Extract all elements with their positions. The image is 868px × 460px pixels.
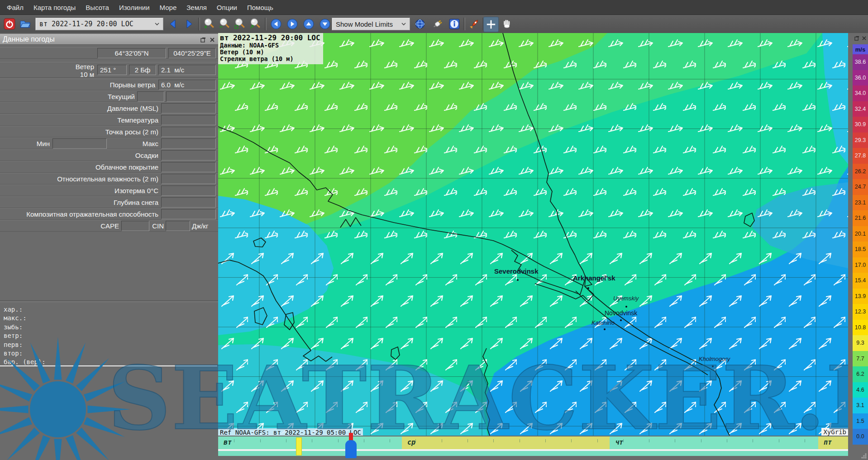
toolbar-separator	[463, 18, 465, 30]
timeline-tick	[597, 439, 598, 442]
scale-band: 20.1	[853, 226, 868, 242]
snow-field	[161, 197, 216, 208]
timeline-tick	[753, 439, 753, 442]
menu-item-Файл[interactable]: Файл	[2, 1, 29, 14]
float-window-icon	[854, 36, 859, 41]
wind-label: Ветер10 м	[76, 63, 94, 78]
gusts-row: Порывы ветра 6.0 м/с	[0, 79, 218, 90]
pan-hand-tool-button[interactable]	[500, 17, 514, 31]
datetime-select[interactable]: вт 2022-11-29 20:00 LOC	[35, 18, 163, 30]
reflectivity-field	[161, 209, 216, 219]
panel-close-button[interactable]	[209, 36, 215, 43]
longitude-field: 040°25'29"E	[168, 48, 216, 58]
map-view[interactable]: вт 2022-11-29 20:00 LOC Данные: NOAA-GFS…	[218, 33, 848, 436]
cape-row: CAPE CIN Дж/кг	[0, 220, 218, 232]
zoom-all-button[interactable]	[248, 17, 262, 31]
humidity-row: Относительная влажность (2 m)	[0, 173, 218, 185]
zoom-out-button[interactable]	[217, 17, 232, 31]
menu-item-Море[interactable]: Море	[155, 1, 182, 14]
scale-band: 32.4	[853, 101, 868, 117]
menu-item-Высота[interactable]: Высота	[81, 1, 114, 14]
pressure-field	[161, 103, 216, 114]
connect-button[interactable]	[430, 17, 444, 31]
scale-float-button[interactable]	[854, 35, 860, 41]
sea-state-label: ветр:	[4, 332, 23, 339]
arrow-right-icon	[184, 19, 195, 29]
model-limits-select[interactable]: Show Model Limits	[332, 18, 410, 30]
pan-up-button[interactable]	[301, 17, 316, 31]
next-timestep-button[interactable]	[182, 17, 196, 31]
scale-band: 38.6	[853, 54, 868, 70]
crosshair-tool-button[interactable]	[483, 17, 499, 32]
timeline-bar[interactable]: втсрчтпт	[218, 436, 848, 449]
pan-down-button[interactable]	[318, 17, 332, 31]
scale-band: 6.2	[853, 366, 868, 382]
timeline-day-вт[interactable]: вт	[218, 436, 402, 449]
scale-unit-label: m/s	[853, 44, 868, 54]
globe-button[interactable]	[413, 17, 427, 31]
zoom-in-button[interactable]	[202, 17, 216, 31]
temperature-label: Температура	[117, 116, 158, 124]
minmax-row: Мин Макс	[0, 138, 218, 149]
pan-right-button[interactable]	[285, 17, 300, 31]
rocket-icon	[468, 18, 480, 30]
zoom-select-button[interactable]	[233, 17, 247, 31]
timeline-tick	[779, 439, 779, 442]
scale-close-button[interactable]	[861, 35, 867, 41]
timeline-day-пт[interactable]: пт	[818, 436, 848, 449]
timeline-slider-handle[interactable]	[345, 433, 357, 458]
city-dot	[712, 365, 714, 367]
panel-float-button[interactable]	[200, 36, 206, 43]
globe-icon	[414, 18, 426, 30]
circle-arrow-left-icon	[270, 18, 282, 30]
temperature-field	[161, 115, 216, 125]
chevron-down-icon	[401, 23, 406, 25]
city-dot	[517, 279, 519, 281]
prev-timestep-button[interactable]	[166, 17, 180, 31]
timeline-day-label: пт	[824, 438, 832, 446]
latitude-field: 64°32'05"N	[97, 48, 166, 58]
reflectivity-row: Композитная отражательная способность	[0, 208, 218, 220]
menu-item-Опции[interactable]: Опции	[212, 1, 242, 14]
timeline-day-ср[interactable]: ср	[402, 436, 610, 449]
resize-grip[interactable]	[861, 453, 867, 459]
map-info-arrows: Стрелки ветра (10 м)	[220, 56, 320, 62]
timeline-day-чт[interactable]: чт	[610, 436, 818, 449]
temperature-row: Температура	[0, 114, 218, 126]
menu-item-Изолинии[interactable]: Изолинии	[114, 1, 155, 14]
open-folder-icon	[19, 18, 31, 30]
map-info-source: Данные: NOAA-GFS	[220, 42, 320, 49]
timeline-tick	[390, 439, 390, 442]
snow-label: Глубина снега	[114, 199, 158, 206]
timeline-day-label: ср	[407, 438, 415, 446]
timeline-tick	[312, 439, 312, 442]
sea-state-label: хар.:	[4, 306, 23, 313]
cloud-label: Облачное покрытие	[95, 163, 158, 171]
quit-button[interactable]	[2, 17, 17, 31]
menu-item-Земля[interactable]: Земля	[181, 1, 212, 14]
pan-left-button[interactable]	[269, 17, 283, 31]
scale-band: 30.9	[853, 117, 868, 133]
open-file-button[interactable]	[18, 17, 33, 31]
menu-item-Помощь[interactable]: Помощь	[242, 1, 278, 14]
info-icon	[448, 18, 460, 30]
dewpoint-label: Точка росы (2 m)	[105, 128, 158, 136]
panel-splitter[interactable]	[848, 33, 853, 460]
map-info-datetime: вт 2022-11-29 20:00 LOC	[220, 34, 320, 42]
scale-band: 21.6	[853, 210, 868, 226]
city-dot	[587, 287, 589, 289]
info-button[interactable]	[447, 17, 462, 31]
magnifier-fit-icon	[249, 18, 261, 30]
scale-band: 12.3	[853, 304, 868, 320]
wind-direction-field: 251 °	[97, 65, 127, 75]
scale-band: 0.0	[853, 429, 868, 445]
scale-band: 26.2	[853, 164, 868, 180]
timeline-tick	[260, 439, 261, 442]
panel-titlebar[interactable]: Данные погоды	[0, 34, 218, 45]
timeline-tick	[364, 439, 364, 442]
wind-beaufort-field: 2 Бф	[129, 65, 156, 75]
scale-band: 29.3	[853, 133, 868, 148]
menu-item-Карта погоды[interactable]: Карта погоды	[29, 1, 81, 14]
isotherm-row: Изотерма 0°C	[0, 185, 218, 196]
rocket-button[interactable]	[467, 17, 482, 31]
